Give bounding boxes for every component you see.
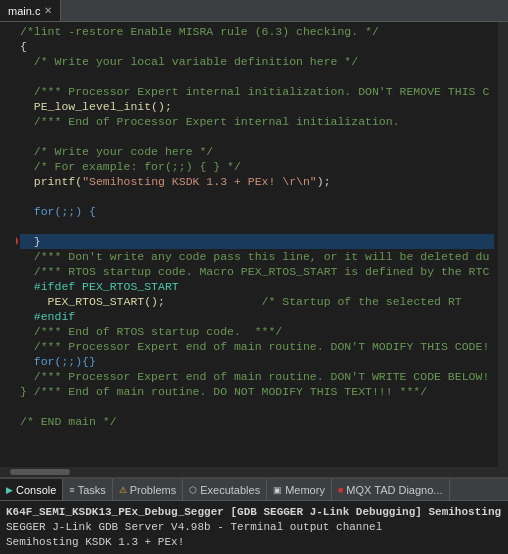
code-line: PE_low_level_init(); xyxy=(20,99,494,114)
code-line: /* For example: for(;;) { } */ xyxy=(20,159,494,174)
console-tab-console[interactable]: ▶Console xyxy=(0,479,63,500)
console-tab-label: Memory xyxy=(285,484,325,496)
code-line xyxy=(20,129,494,144)
code-line xyxy=(20,69,494,84)
console-tab-icon: ⬡ xyxy=(189,485,197,495)
console-tab-label: Console xyxy=(16,484,56,496)
console-line: K64F_SEMI_KSDK13_PEx_Debug_Segger [GDB S… xyxy=(6,505,502,520)
code-line: /* END main */ xyxy=(20,414,494,429)
console-tab-executables[interactable]: ⬡Executables xyxy=(183,479,267,500)
console-line: SEGGER J-Link GDB Server V4.98b - Termin… xyxy=(6,520,502,535)
code-line: /*** End of Processor Expert internal in… xyxy=(20,114,494,129)
code-content[interactable]: /*lint -restore Enable MISRA rule (6.3) … xyxy=(16,22,498,467)
tab-close-icon[interactable]: ✕ xyxy=(44,5,52,16)
code-line: /*** Processor Expert end of main routin… xyxy=(20,339,494,354)
console-tab-bar: ▶Console≡Tasks⚠Problems⬡Executables▣Memo… xyxy=(0,479,508,501)
code-line: /*** RTOS startup code. Macro PEX_RTOS_S… xyxy=(20,264,494,279)
console-tab-problems[interactable]: ⚠Problems xyxy=(113,479,183,500)
code-line: /*** Don't write any code pass this line… xyxy=(20,249,494,264)
code-line: /*** End of RTOS startup code. ***/ xyxy=(20,324,494,339)
console-tab-mqx-tad-diagno...[interactable]: ■MQX TAD Diagno... xyxy=(332,479,450,500)
h-scrollbar-thumb[interactable] xyxy=(10,469,70,475)
code-line: /*** Processor Expert end of main routin… xyxy=(20,369,494,384)
code-line xyxy=(20,219,494,234)
console-output: K64F_SEMI_KSDK13_PEx_Debug_Segger [GDB S… xyxy=(0,501,508,554)
code-line: #endif xyxy=(20,309,494,324)
code-line xyxy=(20,189,494,204)
main-c-tab[interactable]: main.c ✕ xyxy=(0,0,61,21)
console-tab-tasks[interactable]: ≡Tasks xyxy=(63,479,112,500)
code-line: printf("Semihosting KSDK 1.3 + PEx! \r\n… xyxy=(20,174,494,189)
console-tab-label: Tasks xyxy=(78,484,106,496)
console-tab-icon: ▶ xyxy=(6,485,13,495)
code-line: /*** Processor Expert internal initializ… xyxy=(20,84,494,99)
horizontal-scrollbar[interactable] xyxy=(0,467,508,477)
code-line: #ifdef PEX_RTOS_START xyxy=(20,279,494,294)
console-tab-label: MQX TAD Diagno... xyxy=(346,484,442,496)
console-panel: ▶Console≡Tasks⚠Problems⬡Executables▣Memo… xyxy=(0,477,508,554)
left-gutter xyxy=(0,22,16,467)
console-tab-icon: ⚠ xyxy=(119,485,127,495)
console-tab-label: Problems xyxy=(130,484,176,496)
editor-area: /*lint -restore Enable MISRA rule (6.3) … xyxy=(0,22,508,467)
code-line: { xyxy=(20,39,494,54)
code-line: /*lint -restore Enable MISRA rule (6.3) … xyxy=(20,24,494,39)
console-line: Semihosting KSDK 1.3 + PEx! xyxy=(6,535,502,550)
code-line: /* Write your local variable definition … xyxy=(20,54,494,69)
editor-tab-bar: main.c ✕ xyxy=(0,0,508,22)
code-line: for(;;) { xyxy=(20,204,494,219)
console-tab-icon: ≡ xyxy=(69,485,74,495)
code-line: } xyxy=(20,234,494,249)
console-tab-icon: ▣ xyxy=(273,485,282,495)
vertical-scrollbar[interactable] xyxy=(498,22,508,467)
code-line xyxy=(20,399,494,414)
code-line: /* Write your code here */ xyxy=(20,144,494,159)
code-line: } /*** End of main routine. DO NOT MODIF… xyxy=(20,384,494,399)
code-line: for(;;){} xyxy=(20,354,494,369)
console-tab-label: Executables xyxy=(200,484,260,496)
console-tab-icon: ■ xyxy=(338,485,343,495)
console-tab-memory[interactable]: ▣Memory xyxy=(267,479,332,500)
breakpoint-marker xyxy=(16,236,18,246)
code-line: PEX_RTOS_START(); /* Startup of the sele… xyxy=(20,294,494,309)
tab-label: main.c xyxy=(8,5,40,17)
